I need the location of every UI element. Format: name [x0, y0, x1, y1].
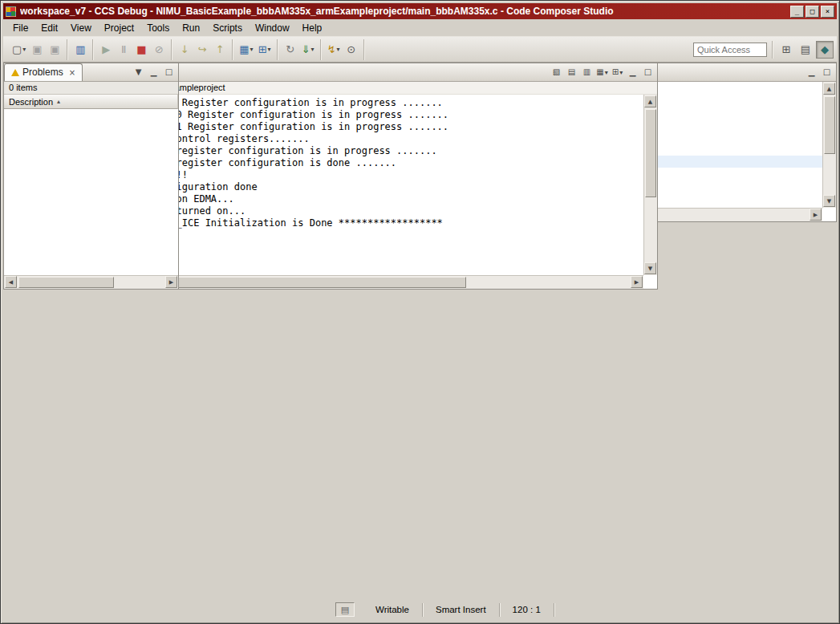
menu-run[interactable]: Run	[176, 20, 206, 36]
status-icon[interactable]: ▤	[335, 602, 355, 617]
toolbar-group: ▦▾⊞▾	[233, 39, 277, 60]
close-icon[interactable]: ×	[69, 68, 75, 77]
dropdown-icon: ▾	[311, 46, 314, 53]
window-title: workspace_v7 - CCS Debug - NIMU_BasicExa…	[20, 6, 785, 17]
app-icon	[6, 6, 16, 17]
open-console-button[interactable]: ⊞▾	[611, 66, 624, 79]
menu-window[interactable]: Window	[249, 20, 296, 36]
tab-problems[interactable]: Problems ×	[4, 63, 83, 81]
minimize-button[interactable]: ▁	[147, 66, 160, 79]
scroll-right-button[interactable]: ▶	[810, 209, 822, 221]
writable-status: Writable	[363, 605, 422, 614]
scroll-right-icon: ▶	[169, 279, 173, 286]
editor-vertical-scrollbar[interactable]: ▲ ▼	[822, 82, 836, 208]
dropdown-icon: ▾	[22, 46, 26, 53]
toolbar-group: ↻⇓▾	[278, 39, 321, 60]
scroll-lock-button[interactable]: ▤	[565, 66, 578, 79]
save-button[interactable]: ▣	[28, 41, 46, 59]
pin-console-button[interactable]: ▥	[580, 66, 594, 79]
debug-console-button[interactable]: ▥	[71, 41, 89, 59]
restart-button[interactable]: ↻	[282, 41, 299, 59]
scroll-right-button[interactable]: ▶	[165, 276, 177, 288]
save-all-icon: ▣	[50, 44, 59, 55]
menu-tools[interactable]: Tools	[140, 20, 176, 36]
scroll-down-button[interactable]: ▼	[644, 262, 656, 274]
scroll-up-button[interactable]: ▲	[823, 83, 835, 95]
dropdown-icon: ▾	[250, 46, 254, 53]
console-vertical-scrollbar[interactable]: ▲ ▼	[643, 95, 657, 275]
disconnect-button[interactable]: ⊘	[150, 41, 168, 59]
step-into-button[interactable]: ↓	[176, 41, 193, 59]
toolbar-group: ▶Ⅱ■⊘	[94, 39, 172, 60]
problems-tabstrip: Problems × ▼▁□	[4, 63, 178, 82]
scroll-thumb[interactable]	[18, 277, 114, 288]
clear-console-icon: ▧	[553, 68, 560, 76]
quick-access-input[interactable]	[693, 43, 767, 57]
minimize-button[interactable]: ▁	[805, 66, 818, 79]
save-all-button[interactable]: ▣	[46, 41, 63, 59]
menu-view[interactable]: View	[64, 20, 98, 36]
open-perspective-icon: ⊞	[782, 44, 791, 55]
clear-console-button[interactable]: ▧	[550, 66, 563, 79]
close-button[interactable]: ×	[821, 6, 834, 18]
dropdown-icon: ▾	[619, 69, 623, 76]
open-perspective-button[interactable]: ⊞	[777, 41, 795, 59]
terminate-icon: ■	[136, 44, 146, 55]
scroll-left-button[interactable]: ◀	[5, 276, 17, 288]
menu-help[interactable]: Help	[296, 20, 329, 36]
toolbar-group: ▥	[68, 39, 93, 60]
suspend-button[interactable]: Ⅱ	[115, 41, 132, 59]
scroll-right-icon: ▶	[814, 212, 818, 218]
statusbar: ▤ Writable Smart Insert 120 : 1	[3, 598, 837, 621]
quick-access-area: ⊞▤◆	[693, 41, 834, 59]
scroll-lock-icon: ▤	[568, 68, 575, 76]
memory-browser-button[interactable]: ▦▾	[237, 41, 255, 59]
menu-scripts[interactable]: Scripts	[206, 20, 249, 36]
resume-button[interactable]: ▶	[97, 41, 115, 59]
open-console-icon: ⊞	[612, 68, 619, 76]
load-program-button[interactable]: ⇓▾	[299, 41, 317, 59]
menu-project[interactable]: Project	[98, 20, 140, 36]
menu-edit[interactable]: Edit	[34, 20, 64, 36]
scroll-thumb[interactable]	[824, 96, 835, 154]
description-column-header[interactable]: Description ▴	[4, 95, 178, 109]
terminate-button[interactable]: ■	[132, 41, 150, 59]
toolbar-group: ↯▾⊙	[322, 39, 364, 60]
minimize-button[interactable]: ▁	[626, 66, 639, 79]
window-controls: _□×	[789, 6, 834, 18]
scroll-down-button[interactable]: ▼	[823, 195, 835, 207]
scroll-thumb[interactable]	[645, 109, 656, 197]
maximize-button[interactable]: □	[641, 66, 655, 79]
maximize-button[interactable]: □	[162, 66, 176, 79]
flash-icon: ↯	[327, 44, 336, 55]
step-over-button[interactable]: ↪	[193, 41, 211, 59]
resume-icon: ▶	[102, 44, 110, 55]
display-selected-console-icon: ▦	[596, 68, 603, 76]
minimize-button[interactable]: _	[790, 6, 804, 18]
flash-button[interactable]: ↯▾	[325, 41, 343, 59]
ccs-debug-perspective-button[interactable]: ◆	[816, 41, 834, 59]
problems-view-icon	[11, 69, 19, 76]
scroll-right-icon: ▶	[635, 279, 639, 286]
step-into-icon: ↓	[181, 44, 189, 55]
step-return-button[interactable]: ↑	[211, 41, 229, 59]
toolbar-right-icons: ⊞▤◆	[777, 41, 834, 59]
ccs-edit-perspective-button[interactable]: ▤	[797, 41, 814, 59]
problems-horizontal-scrollbar[interactable]: ◀ ▶	[4, 275, 178, 289]
view-menu-icon: ▼	[136, 68, 142, 76]
maximize-button[interactable]: □	[806, 6, 819, 18]
scroll-right-button[interactable]: ▶	[631, 276, 643, 288]
application-window: workspace_v7 - CCS Debug - NIMU_BasicExa…	[0, 0, 840, 624]
menu-file[interactable]: File	[6, 20, 34, 36]
step-over-icon: ↪	[198, 44, 207, 55]
scroll-up-button[interactable]: ▲	[644, 95, 656, 107]
breakpoints-button[interactable]: ⊞▾	[256, 41, 274, 59]
search-button[interactable]: ⊙	[343, 41, 360, 59]
menubar: FileEditViewProjectToolsRunScriptsWindow…	[3, 19, 837, 36]
toolbar-separator	[772, 41, 773, 59]
maximize-button[interactable]: □	[820, 66, 834, 79]
view-menu-button[interactable]: ▼	[132, 66, 145, 79]
search-icon: ⊙	[347, 44, 355, 55]
display-selected-console-button[interactable]: ▦▾	[595, 66, 609, 79]
new-button[interactable]: ▢▾	[10, 41, 28, 59]
